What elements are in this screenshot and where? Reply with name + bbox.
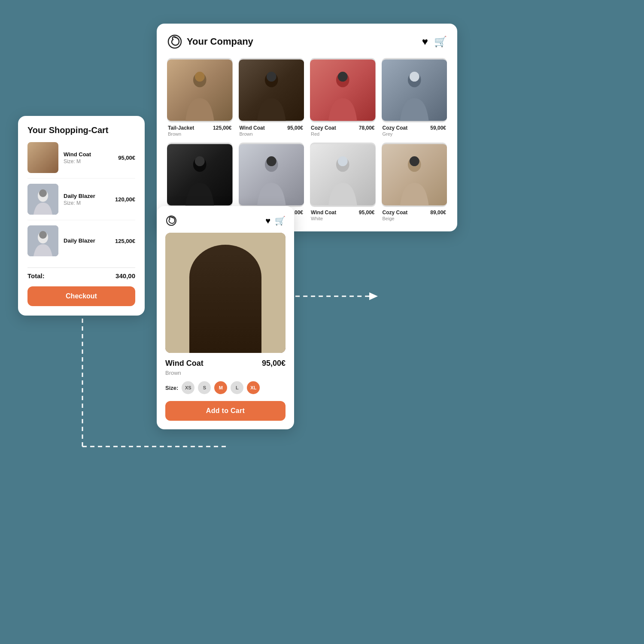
- svg-rect-35: [222, 307, 228, 314]
- product-name-row: Cozy Coat 89,00€: [383, 210, 447, 216]
- svg-rect-30: [165, 233, 286, 353]
- main-listing-panel: Your Company ♥ 🛒: [157, 24, 457, 231]
- shopping-cart-panel: Your Shopping-Cart Wind Coat Size: M 95,…: [18, 116, 145, 316]
- size-label: Size:: [165, 385, 178, 391]
- svg-point-32: [216, 251, 235, 273]
- svg-point-25: [338, 156, 348, 166]
- product-color: Brown: [240, 131, 304, 137]
- svg-point-33: [215, 250, 236, 265]
- product-image: [382, 143, 447, 207]
- product-info: Cozy Coat 59,00€ Grey: [382, 125, 447, 137]
- size-xl-button[interactable]: XL: [247, 381, 260, 394]
- product-name-row: Wind Coat 95,00€: [311, 210, 375, 216]
- product-name-row: Cozy Coat 59,00€: [383, 125, 447, 131]
- checkout-button[interactable]: Checkout: [27, 286, 135, 306]
- product-price: 78,00€: [359, 125, 375, 131]
- product-detail-panel: ♥ 🛒 Wind Coat 95,00€ Brown Size: XS: [157, 206, 294, 429]
- svg-point-28: [409, 156, 419, 166]
- detail-cart-icon[interactable]: 🛒: [275, 216, 286, 226]
- cart-total-label: Total:: [27, 272, 45, 279]
- product-price: 95,00€: [287, 125, 303, 131]
- main-logo: Your Company: [167, 34, 253, 49]
- product-color: Beige: [383, 216, 447, 221]
- detail-header-icons: ♥ 🛒: [265, 216, 286, 226]
- svg-point-7: [195, 72, 205, 82]
- cart-item-3-price: 125,00€: [115, 238, 135, 244]
- svg-point-31: [212, 264, 239, 296]
- product-name: Wind Coat: [311, 210, 336, 216]
- cart-item-1-size: Size: M: [64, 158, 113, 164]
- svg-point-19: [195, 156, 205, 166]
- main-header: Your Company ♥ 🛒: [167, 34, 447, 49]
- product-color: White: [311, 216, 375, 221]
- product-price: 125,00€: [213, 125, 231, 131]
- detail-product-image: [165, 233, 286, 353]
- product-card[interactable]: Cozy Coat 59,00€ Grey: [382, 58, 447, 137]
- size-selector-row: Size: XS S M L XL: [165, 381, 286, 394]
- product-color: Brown: [168, 131, 232, 137]
- cart-item-1-info: Wind Coat Size: M: [64, 151, 113, 164]
- cart-item: Wind Coat Size: M 95,00€: [27, 142, 135, 179]
- product-price: 59,00€: [430, 125, 446, 131]
- cart-item-2-image: [27, 184, 58, 215]
- svg-point-38: [39, 189, 47, 197]
- product-color: Grey: [383, 131, 447, 137]
- main-header-icons: ♥ 🛒: [422, 36, 447, 48]
- product-color: Red: [311, 131, 375, 137]
- product-name-row: Wind Coat 95,00€: [240, 125, 304, 131]
- cart-item-2-price: 120,00€: [115, 196, 135, 203]
- svg-point-10: [266, 72, 276, 82]
- cart-item: Daily Blazer 125,00€: [27, 225, 135, 261]
- main-panel-title: Your Company: [187, 36, 253, 47]
- cart-icon[interactable]: 🛒: [434, 36, 447, 48]
- product-card[interactable]: Tail-Jacket 125,00€ Brown: [167, 58, 233, 137]
- product-card[interactable]: Cozy Coat 78,00€ Red: [310, 58, 376, 137]
- svg-marker-2: [369, 292, 378, 300]
- size-xs-button[interactable]: XS: [182, 381, 194, 394]
- product-info: Tail-Jacket 125,00€ Brown: [167, 125, 233, 137]
- detail-product-price: 95,00€: [262, 359, 286, 368]
- product-info: Cozy Coat 89,00€ Beige: [382, 210, 447, 221]
- cart-item-3-image: [27, 225, 58, 256]
- wishlist-icon[interactable]: ♥: [422, 36, 428, 48]
- product-info: Wind Coat 95,00€ Brown: [239, 125, 304, 137]
- product-image: [382, 58, 447, 122]
- svg-point-41: [39, 231, 47, 239]
- cart-item-3-name: Daily Blazer: [64, 237, 110, 244]
- product-name-row: Tail-Jacket 125,00€: [168, 125, 232, 131]
- product-name: Cozy Coat: [383, 210, 408, 216]
- svg-point-22: [266, 156, 276, 166]
- cart-item-1-price: 95,00€: [118, 155, 135, 161]
- svg-point-16: [409, 72, 419, 82]
- svg-rect-34: [203, 308, 248, 313]
- detail-name-row: Wind Coat 95,00€: [165, 359, 286, 368]
- size-m-button[interactable]: M: [214, 381, 227, 394]
- product-name: Cozy Coat: [311, 125, 336, 131]
- product-name: Wind Coat: [240, 125, 265, 131]
- product-price: 89,00€: [430, 210, 446, 216]
- cart-item-3-info: Daily Blazer: [64, 237, 110, 245]
- product-info: Wind Coat 95,00€ White: [310, 210, 376, 221]
- company-logo-icon: [167, 34, 182, 49]
- product-card[interactable]: Cozy Coat 89,00€ Beige: [382, 143, 447, 221]
- product-image: [239, 143, 304, 207]
- product-image: [167, 58, 233, 122]
- detail-wishlist-icon[interactable]: ♥: [265, 216, 270, 226]
- cart-item-2-name: Daily Blazer: [64, 193, 110, 199]
- product-card[interactable]: Wind Coat 95,00€ Brown: [239, 58, 304, 137]
- cart-item-1-name: Wind Coat: [64, 151, 113, 158]
- size-l-button[interactable]: L: [231, 381, 243, 394]
- product-name: Cozy Coat: [383, 125, 408, 131]
- cart-total-value: 340,00: [115, 272, 135, 279]
- cart-divider: [27, 267, 135, 268]
- product-name: Tail-Jacket: [168, 125, 194, 131]
- size-s-button[interactable]: S: [198, 381, 211, 394]
- product-image: [239, 58, 304, 122]
- add-to-cart-button[interactable]: Add to Cart: [165, 401, 286, 421]
- product-image: [167, 143, 233, 207]
- product-grid: Tail-Jacket 125,00€ Brown: [167, 58, 447, 221]
- product-card[interactable]: Wind Coat 95,00€ White: [310, 143, 376, 221]
- cart-panel-title: Your Shopping-Cart: [27, 125, 135, 135]
- detail-logo-icon: [165, 215, 177, 227]
- cart-item-2-info: Daily Blazer Size: M: [64, 193, 110, 206]
